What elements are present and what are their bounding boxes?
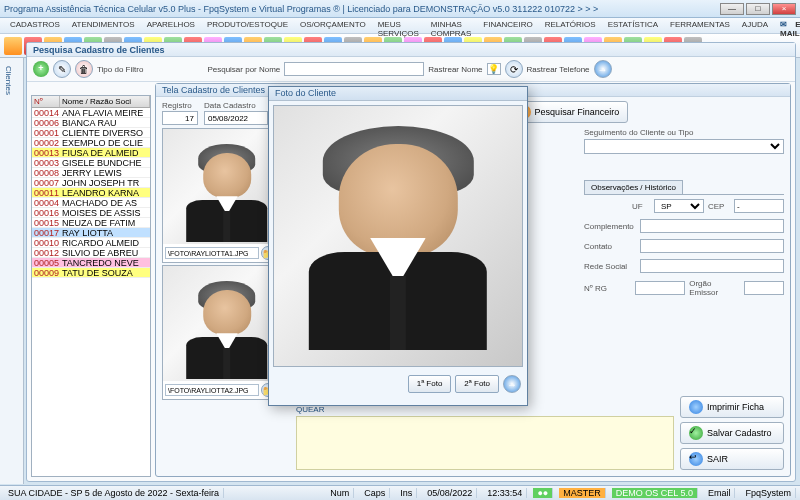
menu-relatorios[interactable]: RELATÓRIOS [539,18,602,33]
contato-input[interactable] [640,239,784,253]
search-bar: + ✎ 🗑 Tipo do Filtro Pesquisar por Nome … [27,57,795,82]
status-demo: DEMO OS CEL 5.0 [612,488,698,498]
window-titlebar: Programa Assistência Técnica Celular v5.… [0,0,800,18]
rastrear-nome-label: Rastrear Nome [428,65,482,74]
status-num: Num [326,488,354,498]
maximize-button[interactable]: □ [746,3,770,15]
photo-viewer-title: Foto do Cliente [269,87,527,101]
table-row[interactable]: 00009TATU DE SOUZA [32,268,150,278]
table-row[interactable]: 00005TANCREDO NEVE [32,258,150,268]
rg-label: Nº RG [584,284,631,293]
col-id: Nº [32,96,60,107]
vertical-tabbar: Clientes [0,58,24,484]
grid-header: Nº Nome / Razão Soci [32,96,150,108]
status-caps: Caps [360,488,390,498]
sair-button[interactable]: ↩SAIR [680,448,784,470]
segmento-select[interactable] [584,139,784,154]
status-email[interactable]: Email [704,488,736,498]
rg-input[interactable] [635,281,685,295]
tab-clientes[interactable]: Clientes [0,58,17,103]
status-time: 12:33:54 [483,488,527,498]
menu-ajuda[interactable]: AJUDA [736,18,774,33]
table-row[interactable]: 00001CLIENTE DIVERSO [32,128,150,138]
cep-input[interactable] [734,199,784,213]
table-row[interactable]: 00002EXEMPLO DE CLIE [32,138,150,148]
menu-ferramentas[interactable]: FERRAMENTAS [664,18,736,33]
minimize-button[interactable]: — [720,3,744,15]
check-icon: ✓ [689,426,703,440]
segunda-foto-button[interactable]: 2ª Foto [455,375,499,393]
table-row[interactable]: 00016MOISES DE ASSIS [32,208,150,218]
window-title: Programa Assistência Técnica Celular v5.… [4,4,718,14]
menubar: CADASTROS ATENDIMENTOS APARELHOS PRODUTO… [0,18,800,34]
cep-label: CEP [708,202,730,211]
uf-select[interactable]: SP [654,199,704,213]
table-row[interactable]: 00008JERRY LEWIS [32,168,150,178]
print-icon [689,400,703,414]
menu-financeiro[interactable]: FINANCEIRO [477,18,538,33]
salvar-button[interactable]: ✓Salvar Cadastro [680,422,784,444]
next-icon[interactable]: → [503,375,521,393]
status-system[interactable]: FpqSystem [741,488,796,498]
table-row[interactable]: 00006BIANCA RAU [32,118,150,128]
table-row[interactable]: 00003GISELE BUNDCHE [32,158,150,168]
go-icon[interactable]: → [594,60,612,78]
rede-input[interactable] [640,259,784,273]
tipo-filtro-label: Tipo do Filtro [97,65,143,74]
status-city: SUA CIDADE - SP 5 de Agosto de 2022 - Se… [4,488,224,498]
bloquear-label: QUEAR [296,405,324,414]
photo-viewer-window: Foto do Cliente 1ª Foto 2ª Foto → [268,86,528,406]
edit-icon[interactable]: ✎ [53,60,71,78]
table-row[interactable]: 00012SILVIO DE ABREU [32,248,150,258]
status-indicator: ●● [533,488,553,498]
status-date: 05/08/2022 [423,488,477,498]
menu-os[interactable]: OS/ORÇAMENTO [294,18,372,33]
status-ins: Ins [396,488,417,498]
orgao-label: Orgão Emissor [689,279,740,297]
table-row[interactable]: 00007JOHN JOSEPH TR [32,178,150,188]
complemento-input[interactable] [640,219,784,233]
menu-servicos[interactable]: MEUS SERVIÇOS [372,18,425,33]
registro-input[interactable] [162,111,198,125]
menu-cadastros[interactable]: CADASTROS [4,18,66,33]
light-icon[interactable]: 💡 [487,63,501,75]
table-row[interactable]: 00004MACHADO DE AS [32,198,150,208]
table-row[interactable]: 00015NEUZA DE FATIM [32,218,150,228]
menu-email[interactable]: ✉ E-MAIL [774,18,800,33]
photo2-path-input[interactable] [165,384,259,396]
notes-area[interactable] [296,416,674,470]
primeira-foto-button[interactable]: 1ª Foto [408,375,452,393]
data-cadastro-label: Data Cadastro [204,101,268,110]
table-row[interactable]: 00010RICARDO ALMEID [32,238,150,248]
search-name-input[interactable] [284,62,424,76]
register-tabs: Observações / Histórico [584,180,784,195]
menu-aparelhos[interactable]: APARELHOS [141,18,201,33]
search-panel-title: Pesquisa Cadastro de Clientes [27,43,795,57]
add-button[interactable]: + [33,61,49,77]
orgao-input[interactable] [744,281,784,295]
data-cadastro-input[interactable] [204,111,268,125]
imprimir-button[interactable]: Imprimir Ficha [680,396,784,418]
close-button[interactable]: × [772,3,796,15]
contato-label: Contato [584,242,636,251]
action-buttons-column: Imprimir Ficha ✓Salvar Cadastro ↩SAIR [680,396,784,470]
menu-estatistica[interactable]: ESTATÍSTICA [602,18,664,33]
table-row[interactable]: 00013FIUSA DE ALMEID [32,148,150,158]
table-row[interactable]: 00017RAY LIOTTA [32,228,150,238]
delete-icon[interactable]: 🗑 [75,60,93,78]
menu-atendimentos[interactable]: ATENDIMENTOS [66,18,141,33]
rede-label: Rede Social [584,262,636,271]
refresh-icon[interactable]: ⟳ [505,60,523,78]
clients-grid[interactable]: Nº Nome / Razão Soci 00014ANA FLAVIA MEI… [31,95,151,477]
status-master: MASTER [559,488,606,498]
photo1-path-input[interactable] [165,247,259,259]
tab-observacoes[interactable]: Observações / Histórico [584,180,683,194]
table-row[interactable]: 00014ANA FLAVIA MEIRE [32,108,150,118]
statusbar: SUA CIDADE - SP 5 de Agosto de 2022 - Se… [0,485,800,500]
menu-compras[interactable]: MINHAS COMPRAS [425,18,477,33]
pesquisar-nome-label: Pesquisar por Nome [207,65,280,74]
photo-large [273,105,523,367]
table-row[interactable]: 00011LEANDRO KARNA [32,188,150,198]
menu-produto[interactable]: PRODUTO/ESTOQUE [201,18,294,33]
toolbar-icon[interactable] [4,37,22,55]
